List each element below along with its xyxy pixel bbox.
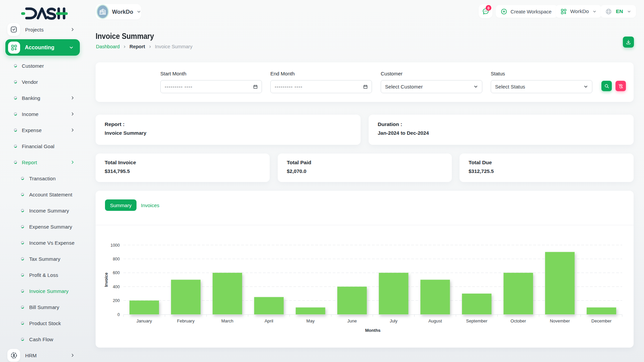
sidebar-item-label: Projects	[25, 27, 44, 33]
sidebar-item-financial-goal[interactable]: Financial Goal	[0, 138, 87, 154]
bar-june[interactable]	[337, 287, 367, 314]
status-select[interactable]: Select Status	[491, 80, 592, 93]
sidebar-item-customer[interactable]: Customer	[0, 58, 87, 74]
bullet-icon	[13, 80, 17, 84]
chevron-down-icon	[627, 9, 631, 14]
breadcrumb-current: Invoice Summary	[155, 44, 193, 49]
create-workspace-button[interactable]: Create Workspace	[496, 5, 557, 18]
calendar-icon[interactable]	[253, 84, 258, 89]
download-icon	[626, 39, 631, 45]
hrm-icon	[7, 349, 20, 362]
sidebar-item-hrm[interactable]: HRM	[0, 347, 87, 362]
sidebar-item-label: Product Stock	[29, 320, 61, 326]
sidebar-item-account-statement[interactable]: Account Statement	[0, 186, 87, 202]
workspace-switcher[interactable]: WorkDo	[96, 4, 141, 19]
bullet-icon	[20, 192, 24, 196]
sidebar-item-label: Account Statement	[29, 192, 72, 197]
sidebar-item-expense[interactable]: Expense	[0, 122, 87, 138]
download-button[interactable]	[623, 37, 634, 48]
y-axis-title: Invoice	[104, 273, 109, 287]
search-icon	[604, 83, 609, 89]
bullet-icon	[13, 144, 17, 148]
sidebar-item-vendor[interactable]: Vendor	[0, 74, 87, 90]
svg-text:1000: 1000	[110, 243, 120, 248]
sidebar-item-projects[interactable]: Projects	[0, 21, 87, 38]
bar-february[interactable]	[171, 280, 201, 315]
customer-label: Customer	[381, 71, 402, 76]
customer-select-value: Select Customer	[385, 84, 423, 89]
bullet-icon	[20, 305, 24, 309]
workspace-menu-button[interactable]: WorkDo	[555, 5, 601, 18]
sidebar-item-income[interactable]: Income	[0, 106, 87, 122]
bar-april[interactable]	[254, 297, 284, 314]
sidebar-item-income-summary[interactable]: Income Summary	[0, 202, 87, 219]
bar-december[interactable]	[587, 307, 616, 314]
x-tick-label: February	[177, 318, 195, 323]
total-due-label: Total Due	[469, 160, 492, 166]
tab-summary[interactable]: Summary	[105, 199, 137, 211]
bar-november[interactable]	[545, 252, 575, 314]
sidebar-item-income-vs-expense[interactable]: Income Vs Expense	[0, 235, 87, 251]
bullet-icon	[20, 321, 24, 325]
chevron-right-icon	[70, 128, 75, 133]
tab-invoices[interactable]: Invoices	[141, 199, 159, 211]
chevron-right-icon	[70, 96, 75, 101]
sidebar-item-product-stock[interactable]: Product Stock	[0, 315, 87, 331]
bar-july[interactable]	[379, 273, 408, 314]
bar-october[interactable]	[503, 273, 533, 314]
sidebar-item-expense-summary[interactable]: Expense Summary	[0, 219, 87, 235]
sidebar-item-label: Accounting	[25, 45, 54, 51]
bar-march[interactable]	[213, 273, 242, 314]
language-button[interactable]: EN	[600, 5, 636, 18]
x-tick-label: June	[347, 318, 357, 323]
reset-filter-button[interactable]	[615, 81, 626, 91]
sidebar-item-label: Income	[22, 111, 39, 117]
chevron-down-icon	[69, 45, 74, 50]
sidebar-section-accounting: Accounting	[0, 38, 87, 58]
sidebar-item-invoice-summary[interactable]: Invoice Summary	[0, 283, 87, 299]
sidebar-item-tax-summary[interactable]: Tax Summary	[0, 251, 87, 267]
report-card: Report : Invoice Summary	[96, 115, 361, 145]
sidebar-item-profit-loss[interactable]: Profit & Loss	[0, 267, 87, 283]
sidebar-item-label: Expense	[22, 127, 42, 133]
sidebar-item-label: Tax Summary	[29, 256, 60, 262]
category-plus-icon	[8, 42, 20, 54]
grid-plus-icon	[560, 8, 567, 15]
sidebar: ProjectsAccountingCustomerVendorBankingI…	[0, 0, 87, 362]
sidebar-item-banking[interactable]: Banking	[0, 90, 87, 106]
apply-filter-button[interactable]	[601, 81, 612, 91]
bullet-icon	[13, 96, 17, 100]
duration-value: Jan-2024 to Dec-2024	[378, 130, 429, 136]
language-label: EN	[616, 8, 623, 14]
sidebar-item-label: Invoice Summary	[29, 288, 68, 294]
sidebar-item-label: Profit & Loss	[29, 272, 58, 278]
chevron-right-icon	[123, 45, 126, 49]
total-invoice-card: Total Invoice $314,795.5	[96, 154, 270, 182]
chevron-right-icon	[70, 27, 75, 32]
end-month-input[interactable]: --------- ----	[270, 80, 372, 93]
start-month-label: Start Month	[160, 71, 186, 76]
bar-may[interactable]	[296, 307, 325, 314]
sidebar-nav: ProjectsAccountingCustomerVendorBankingI…	[0, 21, 87, 362]
bullet-icon	[13, 112, 17, 116]
breadcrumb-report[interactable]: Report	[129, 44, 145, 49]
sidebar-item-cash-flow[interactable]: Cash Flow	[0, 331, 87, 347]
sidebar-item-label: HRM	[25, 353, 37, 358]
bar-january[interactable]	[129, 301, 159, 314]
sidebar-item-bill-summary[interactable]: Bill Summary	[0, 299, 87, 315]
customer-select[interactable]: Select Customer	[381, 80, 482, 93]
bar-august[interactable]	[420, 280, 450, 315]
svg-text:400: 400	[113, 285, 120, 289]
dash-logo[interactable]	[21, 6, 68, 21]
sidebar-item-transaction[interactable]: Transaction	[0, 170, 87, 186]
status-label: Status	[491, 71, 505, 76]
chevron-down-icon	[592, 9, 597, 14]
sidebar-item-report[interactable]: Report	[0, 154, 87, 170]
svg-text:200: 200	[113, 298, 120, 303]
bar-september[interactable]	[462, 294, 491, 314]
total-paid-value: $2,070.0	[287, 168, 306, 174]
sidebar-item-accounting[interactable]: Accounting	[5, 39, 80, 56]
breadcrumb-dashboard[interactable]: Dashboard	[96, 44, 120, 49]
calendar-icon[interactable]	[363, 84, 368, 89]
start-month-input[interactable]: --------- ----	[160, 80, 262, 93]
